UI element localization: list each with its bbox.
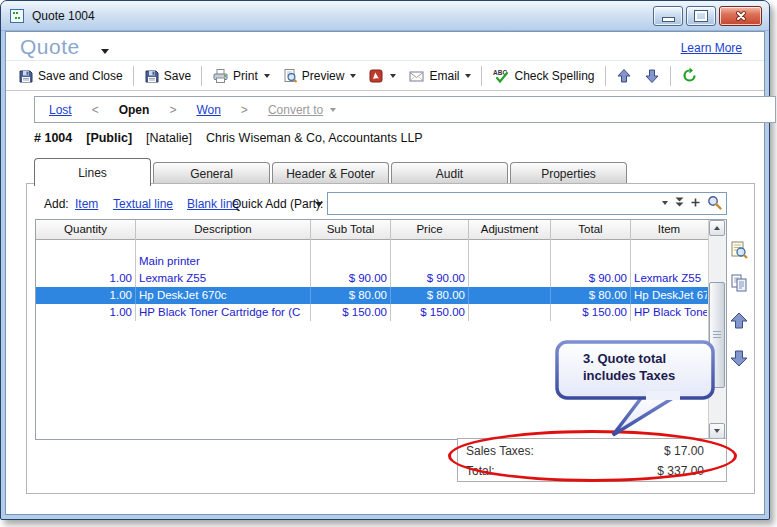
export-pdf-button[interactable] <box>362 66 402 86</box>
learn-more-link[interactable]: Learn More <box>681 41 742 55</box>
quote-window: Quote 1004 Quote Learn More <box>0 0 770 520</box>
total-value: $ 337.00 <box>657 464 704 478</box>
tab-properties[interactable]: Properties <box>510 162 627 184</box>
cell-total <box>551 253 631 270</box>
toolbar-separator <box>670 66 671 86</box>
record-visibility-badge: [Public] <box>86 131 132 145</box>
scroll-up-button[interactable] <box>709 220 725 236</box>
scrollbar-thumb[interactable] <box>709 282 725 388</box>
dropdown-caret-icon[interactable] <box>264 74 270 78</box>
workflow-separator: > <box>241 103 248 117</box>
minimize-icon <box>662 17 675 22</box>
email-icon <box>408 68 425 84</box>
record-customer-name: Chris Wiseman & Co, Accountants LLP <box>206 131 423 145</box>
app-icon <box>9 8 25 24</box>
double-down-icon[interactable] <box>675 197 684 208</box>
tab-lines[interactable]: Lines <box>34 158 151 186</box>
add-textual-line-link[interactable]: Textual line <box>113 197 173 211</box>
previous-record-button[interactable] <box>610 66 638 86</box>
thumb-grip <box>713 331 721 340</box>
tab-audit[interactable]: Audit <box>391 162 508 184</box>
add-item-link[interactable]: Item <box>75 197 98 211</box>
column-header-subtotal: Sub Total <box>311 220 391 239</box>
column-header-price: Price <box>391 220 469 239</box>
cell-description: Lexmark Z55 <box>136 270 311 287</box>
move-line-up-icon[interactable] <box>729 311 749 331</box>
tab-label: Properties <box>541 167 596 181</box>
cell-quantity <box>36 239 136 253</box>
table-row[interactable]: 1.00 HP Black Toner Cartridge for (C $ 1… <box>36 304 709 321</box>
cell-subtotal <box>311 253 391 270</box>
close-button[interactable] <box>719 6 762 26</box>
record-summary-line: # 1004 [Public] [Natalie] Chris Wiseman … <box>34 131 423 145</box>
lines-tab-panel: Add: Item Textual line Blank line Quick … <box>26 183 755 494</box>
column-header-description: Description <box>136 220 311 239</box>
table-rows: Main printer 1.00 Lexmark Z55 $ 90.00 $ … <box>36 239 709 321</box>
record-owner-badge: [Natalie] <box>146 131 192 145</box>
cell-adjustment <box>469 239 551 253</box>
down-arrow-icon <box>714 429 720 433</box>
move-line-down-icon[interactable] <box>729 348 749 368</box>
refresh-button[interactable] <box>675 65 704 86</box>
sales-taxes-label: Sales Taxes: <box>466 444 534 458</box>
table-row[interactable]: Main printer <box>36 253 709 270</box>
tab-label: Audit <box>436 167 463 181</box>
save-and-close-button[interactable]: Save and Close <box>12 66 129 86</box>
save-button[interactable]: Save <box>138 66 197 86</box>
quick-add-caret-icon[interactable] <box>315 202 323 207</box>
cell-price <box>391 253 469 270</box>
save-icon <box>18 68 34 84</box>
cell-item: Hp DeskJet 670c <box>631 287 707 304</box>
print-button[interactable]: Print <box>206 66 276 86</box>
quick-add-input[interactable] <box>330 194 634 213</box>
maximize-icon <box>695 11 707 21</box>
table-header-row: Quantity Description Sub Total Price Adj… <box>36 220 709 240</box>
maximize-button[interactable] <box>686 6 716 26</box>
close-icon <box>734 9 748 23</box>
workflow-lost-link[interactable]: Lost <box>49 103 72 117</box>
cell-description: HP Black Toner Cartridge for (C <box>136 304 311 321</box>
cell-item <box>631 239 707 253</box>
tab-header-footer[interactable]: Header & Footer <box>272 162 389 184</box>
column-header-quantity: Quantity <box>36 220 136 239</box>
scroll-down-button[interactable] <box>709 423 725 439</box>
copy-line-icon[interactable] <box>729 273 749 293</box>
table-row[interactable] <box>36 239 709 253</box>
toolbar-separator <box>201 66 202 86</box>
next-record-button[interactable] <box>638 66 666 86</box>
table-scrollbar[interactable] <box>708 220 726 439</box>
workflow-won-link[interactable]: Won <box>196 103 220 117</box>
workflow-separator: > <box>169 103 176 117</box>
total-row: Total: $ 337.00 <box>458 461 726 481</box>
quote-menu-caret-icon[interactable] <box>101 49 109 54</box>
search-icon[interactable] <box>707 195 722 210</box>
workflow-convert-to[interactable]: Convert to <box>268 103 336 117</box>
tab-general[interactable]: General <box>153 162 270 184</box>
button-label: Email <box>429 69 459 83</box>
dropdown-caret-icon[interactable] <box>390 74 396 78</box>
check-spelling-button[interactable]: ABC Check Spelling <box>486 66 600 86</box>
email-button[interactable]: Email <box>402 66 477 86</box>
workflow-separator: < <box>92 103 99 117</box>
button-label: Print <box>233 69 258 83</box>
preview-line-icon[interactable] <box>729 240 749 260</box>
cell-description: Main printer <box>136 253 311 270</box>
minimize-button[interactable] <box>653 6 683 26</box>
column-header-total: Total <box>551 220 631 239</box>
button-label: Save and Close <box>38 69 123 83</box>
cell-adjustment <box>469 287 551 304</box>
cell-total: $ 80.00 <box>551 287 631 304</box>
refresh-icon <box>681 67 698 84</box>
total-label: Total: <box>466 464 495 478</box>
preview-button[interactable]: Preview <box>276 66 363 86</box>
dropdown-caret-icon[interactable] <box>465 74 471 78</box>
cell-item: HP Black Toner Ca <box>631 304 707 321</box>
dropdown-caret-icon[interactable] <box>350 74 356 78</box>
preview-icon <box>282 68 298 84</box>
table-row[interactable]: 1.00 Lexmark Z55 $ 90.00 $ 90.00 $ 90.00… <box>36 270 709 287</box>
cell-quantity: 1.00 <box>36 287 136 304</box>
table-row-selected[interactable]: 1.00 Hp DeskJet 670c $ 80.00 $ 80.00 $ 8… <box>36 287 709 304</box>
plus-icon[interactable] <box>691 198 700 207</box>
dropdown-caret-icon[interactable] <box>662 201 668 205</box>
column-header-item: Item <box>631 220 707 239</box>
